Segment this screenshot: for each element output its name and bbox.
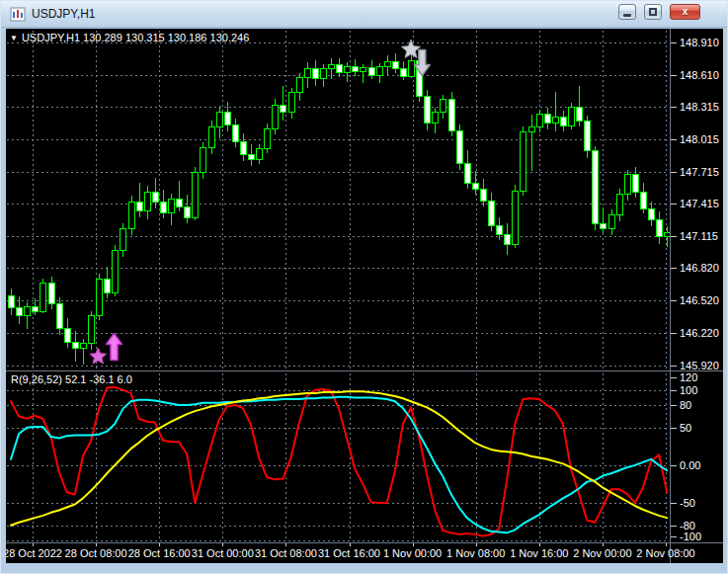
svg-text:148.910: 148.910 — [680, 37, 719, 48]
window-title: USDJPY,H1 — [32, 7, 95, 21]
svg-text:1 Nov 00:00: 1 Nov 00:00 — [383, 547, 442, 559]
svg-text:-50: -50 — [680, 497, 695, 509]
svg-text:1 Nov 08:00: 1 Nov 08:00 — [446, 547, 505, 559]
svg-text:1 Nov 16:00: 1 Nov 16:00 — [510, 547, 568, 559]
svg-text:28 Oct 08:00: 28 Oct 08:00 — [65, 547, 127, 559]
svg-text:28 Oct 16:00: 28 Oct 16:00 — [128, 547, 191, 559]
svg-text:145.920: 145.920 — [680, 360, 719, 371]
svg-text:31 Oct 00:00: 31 Oct 00:00 — [192, 547, 254, 559]
svg-text:148.610: 148.610 — [680, 69, 719, 81]
symbol-ohlc-label: ▼USDJPY,H1 130.289 130.315 130.186 130.2… — [10, 32, 249, 43]
svg-text:147.115: 147.115 — [680, 230, 718, 242]
chart-window-icon — [10, 7, 26, 23]
svg-text:0.00: 0.00 — [680, 459, 700, 471]
ohlc-text: USDJPY,H1 130.289 130.315 130.186 130.24… — [22, 32, 249, 43]
minimize-button[interactable] — [618, 4, 636, 20]
chart-client-area: 148.910148.610148.315148.015147.715147.4… — [6, 29, 723, 563]
svg-text:-100: -100 — [680, 531, 701, 542]
svg-text:28 Oct 2022: 28 Oct 2022 — [6, 547, 62, 559]
svg-text:146.820: 146.820 — [680, 262, 719, 274]
svg-text:2 Nov 08:00: 2 Nov 08:00 — [636, 547, 694, 559]
close-button[interactable]: x — [670, 4, 700, 20]
svg-text:146.520: 146.520 — [680, 294, 719, 306]
svg-text:-80: -80 — [680, 520, 695, 532]
chart-background — [6, 29, 723, 563]
chart-window: USDJPY,H1 x 148.910148.610148.315148.015… — [0, 0, 728, 574]
svg-text:147.415: 147.415 — [680, 198, 719, 209]
svg-text:31 Oct 16:00: 31 Oct 16:00 — [318, 547, 380, 559]
maximize-icon — [649, 8, 657, 16]
collapse-triangle-icon: ▼ — [10, 34, 18, 42]
svg-text:146.220: 146.220 — [680, 327, 719, 339]
svg-text:120: 120 — [680, 371, 697, 383]
window-titlebar[interactable]: USDJPY,H1 x — [1, 1, 727, 28]
close-icon: x — [671, 6, 699, 17]
indicator-label: R(9,26,52) 52.1 -36.1 6.0 — [11, 373, 132, 385]
svg-text:147.715: 147.715 — [680, 166, 719, 178]
svg-text:148.315: 148.315 — [680, 101, 719, 113]
svg-text:80: 80 — [680, 399, 691, 411]
minimize-icon — [623, 14, 631, 17]
maximize-button[interactable] — [644, 4, 662, 20]
svg-text:50: 50 — [680, 422, 691, 434]
chart-canvas[interactable]: 148.910148.610148.315148.015147.715147.4… — [6, 29, 723, 563]
svg-text:148.015: 148.015 — [680, 133, 719, 145]
svg-text:2 Nov 00:00: 2 Nov 00:00 — [573, 547, 631, 559]
svg-text:31 Oct 08:00: 31 Oct 08:00 — [255, 547, 317, 559]
svg-text:100: 100 — [680, 384, 697, 396]
